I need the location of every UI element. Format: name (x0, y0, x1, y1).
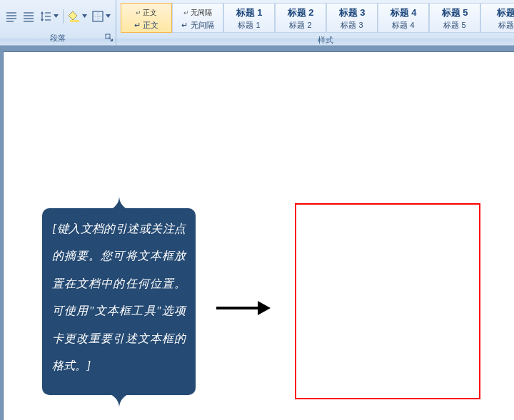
style-name-label: 标题 1 (224, 19, 274, 32)
ribbon: 段落 ↵正文↵ 正文↵无间隔↵ 无间隔标题 1标题 1标题 2标题 2标题 3标… (0, 0, 514, 46)
line-spacing-button[interactable] (38, 9, 60, 24)
style-name-label: 标题 3 (327, 19, 377, 32)
style-preview-text: 标题 (497, 6, 514, 19)
align-justify-button[interactable] (4, 9, 19, 24)
style-name-label: 标题 2 (276, 19, 326, 32)
style-preview-text: 无间隔 (191, 8, 212, 18)
document-page[interactable]: [键入文档的引述或关注点的摘要。您可将文本框放置在文档中的任何位置。可使用"文本… (3, 51, 514, 420)
svg-marker-20 (106, 14, 111, 18)
red-rectangle-annotation (295, 203, 480, 399)
style-preview-text: 标题 5 (442, 6, 468, 19)
style-preview-text: 标题 2 (288, 6, 314, 19)
style-preview: 标题 2 (276, 4, 326, 19)
divider (63, 9, 64, 24)
paragraph-panel-label: 段落 (0, 32, 116, 45)
callout-ornament-top (73, 196, 166, 216)
style-preview: ↵无间隔 (173, 4, 223, 19)
style-preview: 标题 3 (327, 4, 377, 19)
paragraph-dialog-launcher[interactable] (105, 34, 114, 42)
callout-ornament-bottom (73, 388, 166, 408)
style-item-1[interactable]: ↵无间隔↵ 无间隔 (172, 3, 223, 33)
styles-panel: ↵正文↵ 正文↵无间隔↵ 无间隔标题 1标题 1标题 2标题 2标题 3标题 3… (116, 0, 514, 45)
style-name-label: 标题 5 (430, 19, 480, 32)
chevron-down-icon (54, 14, 59, 19)
style-preview: 标题 (481, 4, 514, 19)
paragraph-label-text: 段落 (50, 34, 66, 42)
style-name-label: 标题 (481, 19, 514, 32)
style-preview-text: 标题 1 (236, 6, 263, 19)
svg-rect-15 (70, 20, 79, 22)
style-item-0[interactable]: ↵正文↵ 正文 (121, 3, 172, 33)
styles-gallery: ↵正文↵ 正文↵无间隔↵ 无间隔标题 1标题 1标题 2标题 2标题 3标题 3… (116, 0, 514, 34)
svg-marker-14 (54, 14, 59, 18)
paragraph-marker-icon: ↵ (183, 9, 189, 16)
callout-textbox[interactable]: [键入文档的引述或关注点的摘要。您可将文本框放置在文档中的任何位置。可使用"文本… (42, 197, 196, 407)
paragraph-panel-body (0, 0, 116, 32)
chevron-down-icon (82, 14, 87, 19)
paragraph-panel: 段落 (0, 0, 116, 45)
align-distribute-button[interactable] (21, 9, 36, 24)
style-preview: 标题 1 (224, 4, 274, 19)
svg-marker-13 (41, 19, 44, 21)
svg-marker-16 (82, 14, 87, 18)
style-item-3[interactable]: 标题 2标题 2 (275, 3, 326, 33)
style-name-label: ↵ 正文 (121, 19, 171, 32)
style-preview-text: 标题 4 (390, 6, 417, 19)
style-item-4[interactable]: 标题 3标题 3 (326, 3, 378, 33)
shading-button[interactable] (66, 9, 89, 24)
chevron-down-icon (106, 14, 111, 19)
style-preview: 标题 5 (430, 4, 480, 19)
svg-marker-24 (258, 301, 271, 315)
callout-text[interactable]: [键入文档的引述或关注点的摘要。您可将文本框放置在文档中的任何位置。可使用"文本… (52, 215, 186, 389)
style-name-label: ↵ 无间隔 (173, 19, 223, 32)
style-item-7[interactable]: 标题标题 (480, 3, 514, 33)
styles-label-text: 样式 (318, 36, 333, 44)
style-preview: 标题 4 (378, 4, 428, 19)
paragraph-marker-icon: ↵ (136, 9, 141, 16)
style-item-2[interactable]: 标题 1标题 1 (223, 3, 275, 33)
style-preview-text: 标题 3 (339, 6, 366, 19)
style-item-5[interactable]: 标题 4标题 4 (378, 3, 429, 33)
style-preview: ↵正文 (121, 4, 171, 19)
borders-button[interactable] (90, 9, 112, 24)
style-item-6[interactable]: 标题 5标题 5 (429, 3, 480, 33)
style-preview-text: 正文 (143, 8, 157, 18)
style-name-label: 标题 4 (378, 19, 428, 32)
document-background: [键入文档的引述或关注点的摘要。您可将文本框放置在文档中的任何位置。可使用"文本… (0, 46, 514, 420)
arrow-shape[interactable] (215, 297, 271, 319)
